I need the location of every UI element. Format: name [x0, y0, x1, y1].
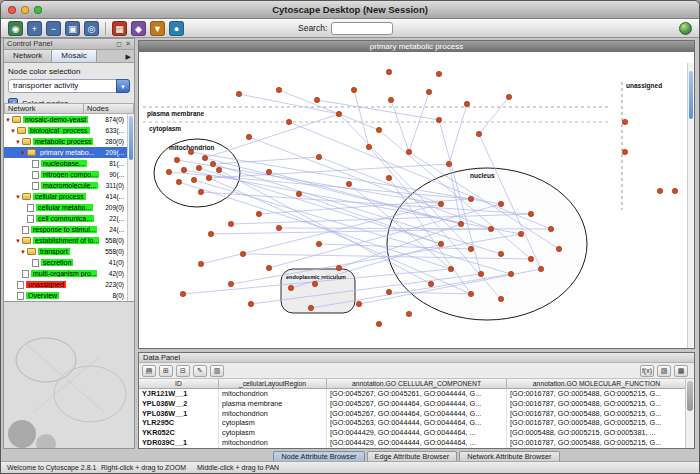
close-panel-icon[interactable]: ✕ — [125, 39, 131, 49]
column-header-2[interactable]: annotation.GO CELLULAR_COMPONENT — [327, 379, 507, 389]
tree-column-network[interactable]: Network — [4, 103, 84, 114]
network-node[interactable] — [478, 271, 483, 276]
network-node[interactable] — [191, 177, 196, 182]
delete-attribute-icon[interactable]: ⊟ — [176, 365, 190, 377]
network-node[interactable] — [376, 127, 381, 132]
network-node[interactable] — [657, 188, 662, 193]
equation-builder-icon[interactable]: f(x) — [640, 365, 654, 377]
network-canvas[interactable]: plasma membrane cytoplasm mitochondrion … — [139, 52, 694, 348]
network-node[interactable] — [386, 69, 391, 74]
network-node[interactable] — [386, 175, 391, 180]
tree-item-macromolecule[interactable]: macromolecule...311(0) — [4, 180, 127, 191]
table-cell[interactable]: mitochondrion — [219, 409, 327, 419]
network-node[interactable] — [446, 161, 451, 166]
network-vertical-scrollbar[interactable] — [687, 63, 694, 348]
expand-arrow-icon[interactable]: ▼ — [9, 128, 17, 134]
network-node[interactable] — [468, 291, 473, 296]
network-node[interactable] — [296, 191, 301, 196]
zoom-selected-icon[interactable]: ◎ — [84, 21, 99, 36]
network-node[interactable] — [538, 266, 543, 271]
snapshot-icon[interactable]: ◉ — [8, 21, 23, 36]
plugins-icon[interactable]: ● — [169, 21, 184, 36]
network-node[interactable] — [180, 291, 185, 296]
tree-item-multi-organism-pro[interactable]: multi-organism pro...42(0) — [4, 268, 127, 279]
open-attribute-file-icon[interactable]: ▨ — [657, 365, 671, 377]
network-node[interactable] — [622, 119, 627, 124]
network-node[interactable] — [198, 261, 203, 266]
network-node[interactable] — [196, 165, 201, 170]
dropdown-arrow-icon[interactable]: ▼ — [116, 79, 130, 93]
grid-view-icon[interactable]: ▩ — [674, 365, 688, 377]
network-node[interactable] — [468, 246, 473, 251]
network-node[interactable] — [336, 111, 341, 116]
network-node[interactable] — [388, 97, 393, 102]
search-input[interactable] — [331, 22, 393, 35]
network-node[interactable] — [316, 154, 321, 159]
tree-item-transport[interactable]: ▼transport558(0) — [4, 246, 127, 257]
zoom-in-icon[interactable]: + — [27, 21, 42, 36]
network-scrollbar-thumb[interactable] — [689, 71, 693, 119]
table-cell[interactable]: [GO:0016787, GO:0005488, GO:0005215, G..… — [507, 409, 685, 419]
network-node[interactable] — [672, 188, 677, 193]
tree-item-secretion[interactable]: secretion41(0) — [4, 257, 127, 268]
network-node[interactable] — [276, 87, 281, 92]
network-node[interactable] — [376, 321, 381, 326]
table-cell[interactable]: cytoplasm — [219, 428, 327, 438]
column-header-1[interactable]: _cellularLayoutRegion — [219, 379, 327, 389]
expand-arrow-icon[interactable]: ▼ — [4, 117, 12, 123]
tree-item-biological-process[interactable]: ▼biological_process633(... — [4, 125, 127, 136]
network-node[interactable] — [406, 149, 411, 154]
window-titlebar[interactable]: Cytoscape Desktop (New Session) — [1, 1, 699, 19]
network-node[interactable] — [426, 89, 431, 94]
network-node[interactable] — [228, 221, 233, 226]
close-window-button[interactable] — [8, 6, 16, 14]
tree-item-overview[interactable]: Overview8(0) — [4, 290, 127, 301]
create-attribute-icon[interactable]: ⊞ — [159, 365, 173, 377]
table-cell[interactable]: mitochondrion — [219, 389, 327, 399]
tab-network[interactable]: Network — [4, 50, 52, 62]
cell-id[interactable]: YPL036W__2 — [139, 399, 219, 409]
zoom-window-button[interactable] — [34, 6, 42, 14]
table-cell[interactable]: [GO:0044429, GO:0044444, GO:0044464, ... — [327, 438, 507, 448]
network-node[interactable] — [476, 131, 481, 136]
tree-column-nodes[interactable]: Nodes — [84, 103, 134, 114]
network-node[interactable] — [556, 246, 561, 251]
network-node[interactable] — [181, 167, 186, 172]
network-node[interactable] — [206, 175, 211, 180]
network-view-title[interactable]: primary metabolic process — [139, 41, 694, 52]
network-node[interactable] — [208, 231, 213, 236]
table-row[interactable]: YDR039C__1mitochondrion[GO:0044429, GO:0… — [139, 438, 685, 448]
network-node[interactable] — [436, 117, 441, 122]
network-node[interactable] — [228, 281, 233, 286]
table-cell[interactable]: [GO:0005488, GO:0005215, GO:0005381, ... — [507, 428, 685, 438]
network-node[interactable] — [528, 211, 533, 216]
table-cell[interactable]: cytoplasm — [219, 418, 327, 428]
tree-item-nitrogen-compo[interactable]: nitrogen compo...90(... — [4, 169, 127, 180]
node-color-dropdown[interactable]: transporter activity ▼ — [8, 79, 130, 93]
cell-id[interactable]: YLR295C — [139, 418, 219, 428]
table-row[interactable]: YPL036W__2plasma membrane[GO:0045267, GO… — [139, 399, 685, 409]
zoom-out-icon[interactable]: − — [46, 21, 61, 36]
network-node[interactable] — [508, 271, 513, 276]
network-node[interactable] — [188, 149, 193, 154]
network-node[interactable] — [210, 161, 215, 166]
network-node[interactable] — [312, 281, 317, 286]
network-node[interactable] — [356, 301, 361, 306]
network-node[interactable] — [176, 179, 181, 184]
expand-arrow-icon[interactable]: ▼ — [19, 150, 27, 156]
network-node[interactable] — [236, 91, 241, 96]
table-cell[interactable]: [GO:0045267, GO:0044464, GO:0044444, G..… — [327, 399, 507, 409]
network-node[interactable] — [346, 181, 351, 186]
network-node[interactable] — [266, 169, 271, 174]
network-node[interactable] — [498, 201, 503, 206]
table-cell[interactable]: [GO:0044429, GO:0044444, GO:0044464, ... — [327, 428, 507, 438]
tab-scroll-right-icon[interactable]: ▶ — [123, 50, 134, 62]
filter-icon[interactable]: ▼ — [150, 21, 165, 36]
cell-id[interactable]: YPL036W__1 — [139, 409, 219, 419]
network-node[interactable] — [458, 221, 463, 226]
network-node[interactable] — [246, 134, 251, 139]
table-cell[interactable]: [GO:0045267, GO:0044464, GO:0044444, G..… — [327, 409, 507, 419]
network-node[interactable] — [518, 231, 523, 236]
network-node[interactable] — [438, 201, 443, 206]
import-table-icon[interactable]: ▥ — [210, 365, 224, 377]
